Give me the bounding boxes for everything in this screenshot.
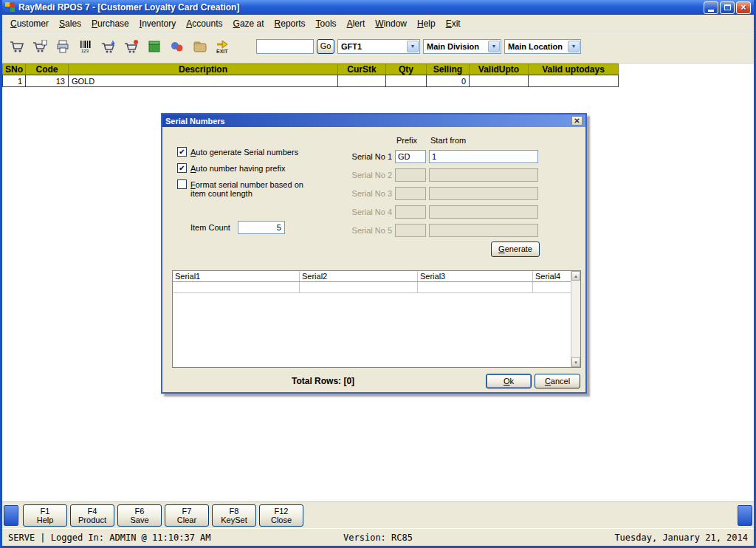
auto-generate-checkbox[interactable]: ✔: [177, 147, 187, 157]
scroll-up-icon[interactable]: ▲: [571, 271, 580, 281]
menu-alert[interactable]: Alert: [342, 16, 371, 31]
division-combo-value: Main Division: [427, 42, 479, 51]
serial-no-3-label: Serial No 3: [336, 189, 392, 198]
grid-header-row: SNo Code Description CurStk Qty Selling …: [2, 64, 619, 75]
folder-icon[interactable]: [190, 36, 210, 56]
status-logged-in: SERVE | Logged In: ADMIN @ 11:10:37 AM: [8, 532, 211, 543]
chevron-down-icon: ▼: [407, 41, 419, 52]
generate-button[interactable]: Generate: [491, 242, 540, 257]
grid-header-sno: SNo: [2, 64, 26, 75]
table-scrollbar[interactable]: ▲ ▼: [571, 271, 580, 367]
cart-doc-icon[interactable]: [30, 36, 49, 56]
minimize-button[interactable]: [704, 1, 718, 14]
cart-badge-icon[interactable]: [121, 36, 141, 56]
menu-window[interactable]: Window: [370, 16, 412, 31]
menu-bar: Customer Sales Purchase Inventory Accoun…: [2, 15, 754, 32]
fnbar-left-button[interactable]: [4, 505, 18, 526]
serial-numbers-dialog: Serial Numbers ✕ ✔ Auto generate Serial …: [161, 113, 587, 394]
loyalty-card-grid: SNo Code Description CurStk Qty Selling …: [2, 64, 619, 87]
menu-purchase[interactable]: Purchase: [86, 16, 134, 31]
serials-table-header: Serial1 Serial2 Serial3 Serial4: [173, 271, 580, 282]
cell-valid-uptodays: [529, 75, 619, 87]
serial-no-1-start-input[interactable]: [429, 150, 538, 163]
menu-sales[interactable]: Sales: [54, 16, 86, 31]
item-count-label: Item Count: [190, 223, 230, 232]
cancel-button[interactable]: Cancel: [535, 374, 580, 388]
svg-text:123: 123: [81, 49, 89, 53]
cart-icon[interactable]: [7, 36, 27, 56]
serial2-column-header: Serial2: [300, 271, 418, 281]
menu-help[interactable]: Help: [412, 16, 441, 31]
window-controls: ×: [704, 1, 751, 14]
dialog-title-bar[interactable]: Serial Numbers ✕: [162, 114, 585, 127]
menu-tools[interactable]: Tools: [311, 16, 342, 31]
serial1-column-header: Serial1: [173, 271, 300, 281]
f1-help-button[interactable]: F1 Help: [23, 504, 67, 527]
grid-header-code: Code: [26, 64, 69, 75]
serial-row-1: Serial No 1: [336, 149, 538, 163]
printer-icon[interactable]: [52, 36, 72, 56]
fn-label: Save: [118, 516, 161, 524]
fn-label: KeySet: [213, 516, 255, 524]
f4-product-button[interactable]: F4 Product: [70, 504, 114, 527]
table-row[interactable]: 1 13 GOLD 0: [2, 75, 619, 87]
prefix-column-header: Prefix: [396, 136, 417, 145]
serial-no-4-prefix-input: [395, 205, 426, 219]
serial-no-2-label: Serial No 2: [336, 171, 392, 179]
fn-label: Help: [24, 516, 66, 524]
barcode-icon[interactable]: 123: [75, 36, 95, 56]
serial-row-4: Serial No 4: [336, 205, 538, 219]
division-combo[interactable]: Main Division ▼: [423, 39, 501, 54]
search-input[interactable]: [256, 39, 314, 54]
menu-exit[interactable]: Exit: [441, 16, 466, 31]
item-combo[interactable]: GFT1 ▼: [337, 39, 420, 54]
go-button[interactable]: Go: [317, 39, 334, 54]
menu-inventory[interactable]: Inventory: [134, 16, 181, 31]
serial-row-2: Serial No 2: [336, 168, 538, 182]
location-combo[interactable]: Main Location ▼: [504, 39, 581, 54]
cell-description: GOLD: [69, 75, 338, 87]
auto-generate-checkbox-row: ✔ Auto generate Serial numbers: [177, 147, 298, 157]
serial-no-1-label: Serial No 1: [336, 152, 392, 161]
spheres-icon[interactable]: [167, 36, 187, 56]
dialog-close-icon[interactable]: ✕: [571, 116, 583, 126]
function-key-bar: F1 Help F4 Product F6 Save F7 Clear F8 K…: [2, 501, 754, 528]
format-serial-checkbox[interactable]: [177, 179, 187, 189]
status-date: Tuesday, January 21, 2014: [614, 532, 748, 543]
serial-row-5: Serial No 5: [336, 223, 538, 237]
item-count-input[interactable]: [238, 221, 285, 234]
serial-no-1-prefix-input[interactable]: [395, 150, 426, 163]
status-bar: SERVE | Logged In: ADMIN @ 11:10:37 AM V…: [2, 528, 754, 546]
item-count-row: Item Count: [190, 221, 285, 234]
fnbar-right-button[interactable]: [738, 505, 752, 526]
serials-table: Serial1 Serial2 Serial3 Serial4 ▲ ▼: [172, 270, 581, 368]
auto-number-prefix-checkbox[interactable]: ✔: [177, 163, 187, 173]
menu-accounts[interactable]: Accounts: [181, 16, 227, 31]
location-combo-value: Main Location: [508, 42, 563, 51]
grid-header-qty: Qty: [386, 64, 427, 75]
package-icon[interactable]: [144, 36, 164, 56]
f12-close-button[interactable]: F12 Close: [259, 504, 303, 527]
dialog-body: ✔ Auto generate Serial numbers ✔ Auto nu…: [162, 127, 585, 392]
cart-down-icon[interactable]: [98, 36, 118, 56]
maximize-icon: [724, 4, 731, 10]
menu-reports[interactable]: Reports: [269, 16, 311, 31]
serial-no-3-prefix-input: [395, 187, 426, 200]
menu-gaze-at[interactable]: Gaze at: [228, 16, 269, 31]
svg-text:EXIT: EXIT: [216, 49, 228, 54]
exit-icon[interactable]: EXIT: [213, 36, 233, 56]
f6-save-button[interactable]: F6 Save: [117, 504, 162, 527]
maximize-button[interactable]: [720, 1, 735, 14]
scroll-down-icon[interactable]: ▼: [571, 357, 580, 367]
fn-label: Product: [71, 516, 114, 524]
f8-keyset-button[interactable]: F8 KeySet: [212, 504, 256, 527]
ok-button[interactable]: Ok: [486, 374, 532, 388]
total-rows-label: Total Rows: [0]: [292, 376, 354, 386]
fn-key: F12: [260, 507, 303, 516]
cell-curstk: [338, 75, 386, 87]
title-bar[interactable]: RayMedi RPOS 7 - [Customer Loyalty Card …: [2, 0, 754, 15]
menu-customer[interactable]: Customer: [5, 16, 54, 31]
format-serial-label: Format serial number based on item count…: [190, 179, 307, 198]
f7-clear-button[interactable]: F7 Clear: [165, 504, 209, 527]
close-button[interactable]: ×: [736, 1, 751, 14]
